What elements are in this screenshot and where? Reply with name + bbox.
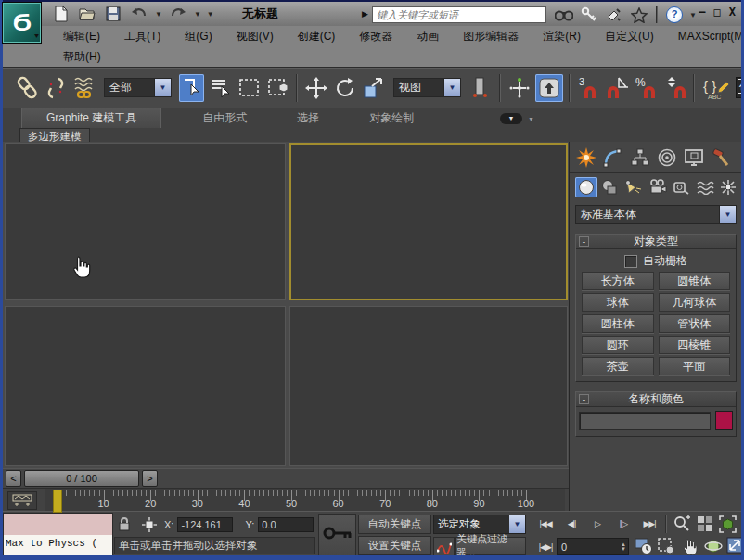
- time-slider-handle[interactable]: 0 / 100: [24, 470, 139, 487]
- snap-toggle-3d-button[interactable]: 3: [576, 74, 601, 102]
- key-mode-toggle-button[interactable]: |◀▶|: [533, 538, 558, 556]
- category-cameras[interactable]: [647, 177, 669, 197]
- ribbon-tab[interactable]: 选择: [288, 108, 328, 128]
- select-and-manipulate-button[interactable]: [507, 74, 532, 102]
- menu-item[interactable]: 帮助(H): [51, 49, 113, 65]
- menu-item[interactable]: 工具(T): [112, 29, 173, 45]
- object-type-button[interactable]: 四棱锥: [659, 336, 731, 354]
- tab-motion[interactable]: [654, 146, 679, 169]
- menu-item[interactable]: 编辑(E): [51, 29, 112, 45]
- orbit-view-button[interactable]: [704, 537, 723, 555]
- selection-filter-dropdown[interactable]: 全部 ▼: [104, 78, 172, 97]
- select-and-rotate-button[interactable]: [332, 74, 357, 102]
- key-filters-button[interactable]: 关键点过滤器...: [455, 537, 526, 555]
- search-button[interactable]: [554, 6, 574, 24]
- listener-pane[interactable]: Max to Physcs (: [4, 535, 112, 557]
- default-in-out-tangents-button[interactable]: [433, 537, 455, 557]
- select-and-move-button[interactable]: [303, 74, 328, 102]
- select-by-name-button[interactable]: [208, 74, 233, 102]
- frame-spinner[interactable]: ▲▼: [621, 542, 628, 552]
- auto-key-button[interactable]: 自动关键点: [358, 515, 431, 534]
- quick-access-overflow-dropdown[interactable]: ▼: [207, 10, 214, 19]
- go-to-end-button[interactable]: ▶▶|: [637, 515, 661, 533]
- object-type-button[interactable]: 球体: [582, 293, 654, 312]
- category-helpers[interactable]: [670, 177, 692, 197]
- maximize-button[interactable]: □: [714, 6, 721, 19]
- y-coordinate-field[interactable]: [258, 517, 314, 532]
- ribbon-tab[interactable]: 自由形式: [193, 108, 256, 128]
- time-configuration-button[interactable]: [635, 538, 653, 555]
- set-key-button[interactable]: 设置关键点: [358, 536, 431, 555]
- previous-frame-button[interactable]: ◀||: [559, 515, 584, 533]
- ribbon-minimize-button[interactable]: ▼: [500, 113, 522, 124]
- viewport-top-right-active[interactable]: [289, 143, 568, 300]
- ribbon-minimize-dropdown[interactable]: ▼: [528, 116, 534, 122]
- percent-snap-toggle-button[interactable]: %: [634, 74, 659, 102]
- object-type-button[interactable]: 几何球体: [659, 293, 731, 312]
- application-menu-button[interactable]: Ϭ▼: [2, 2, 42, 44]
- key-selection-dropdown[interactable]: 选定对象 ▼: [433, 515, 526, 534]
- category-systems[interactable]: [717, 177, 739, 197]
- bind-to-space-warp-button[interactable]: [71, 74, 96, 102]
- select-and-scale-button[interactable]: [361, 74, 386, 102]
- absolute-offset-mode-toggle[interactable]: [138, 515, 160, 534]
- tab-create[interactable]: [573, 146, 598, 169]
- unlink-selection-button[interactable]: [43, 74, 68, 102]
- category-space-warps[interactable]: [694, 177, 716, 197]
- select-object-button[interactable]: [179, 74, 204, 102]
- rectangular-selection-region-button[interactable]: [237, 74, 262, 102]
- communication-center-button[interactable]: [604, 6, 624, 24]
- redo-button[interactable]: [168, 5, 188, 23]
- zoom-extents-button[interactable]: [717, 515, 738, 533]
- go-to-start-button[interactable]: |◀◀: [533, 515, 558, 533]
- search-flyout-arrow[interactable]: ▶: [362, 9, 368, 19]
- menu-item[interactable]: 组(G): [173, 29, 224, 45]
- close-button[interactable]: X: [729, 6, 736, 19]
- primitive-category-dropdown[interactable]: 标准基本体 ▼: [575, 205, 737, 224]
- object-type-rollout-header[interactable]: - 对象类型: [576, 235, 736, 249]
- menu-item[interactable]: MAXScript(M): [666, 30, 744, 43]
- time-slider-prev-button[interactable]: <: [6, 470, 21, 487]
- current-frame-marker[interactable]: [53, 490, 62, 513]
- autogrid-checkbox[interactable]: [624, 255, 637, 268]
- menu-item[interactable]: 视图(V): [224, 29, 286, 45]
- tab-utilities[interactable]: [708, 146, 733, 169]
- help-dropdown[interactable]: ▼: [689, 11, 697, 19]
- ribbon-tab[interactable]: Graphite 建模工具: [21, 108, 161, 128]
- menu-item[interactable]: 图形编辑器: [451, 29, 531, 45]
- select-and-link-button[interactable]: [14, 74, 39, 102]
- spinner-snap-toggle-button[interactable]: [662, 74, 687, 102]
- menu-item[interactable]: 自定义(U): [593, 29, 666, 45]
- reference-coordinate-dropdown[interactable]: 视图 ▼: [393, 78, 461, 97]
- x-coordinate-field[interactable]: [177, 517, 233, 532]
- next-frame-button[interactable]: ||▷: [611, 515, 635, 533]
- minimize-button[interactable]: —: [699, 6, 705, 19]
- angle-snap-toggle-button[interactable]: [605, 74, 630, 102]
- object-color-swatch[interactable]: [715, 411, 733, 430]
- object-type-button[interactable]: 长方体: [582, 272, 654, 290]
- zoom-all-button[interactable]: [694, 515, 715, 533]
- object-name-input[interactable]: [579, 412, 711, 430]
- redo-dropdown[interactable]: ▼: [194, 10, 201, 19]
- undo-dropdown[interactable]: ▼: [155, 10, 162, 19]
- menu-item[interactable]: 动画: [404, 29, 451, 45]
- viewport-bottom-left[interactable]: [5, 306, 286, 466]
- track-bar-ruler[interactable]: 0102030405060708090100: [45, 489, 565, 512]
- window-crossing-toggle-button[interactable]: [265, 74, 290, 102]
- object-type-button[interactable]: 圆锥体: [659, 272, 731, 290]
- new-file-button[interactable]: [51, 5, 71, 23]
- zoom-region-button[interactable]: [658, 538, 675, 555]
- play-button[interactable]: ▷: [585, 515, 609, 533]
- time-slider-next-button[interactable]: >: [142, 470, 158, 487]
- object-type-button[interactable]: 平面: [659, 357, 731, 375]
- maxscript-mini-listener[interactable]: Max to Physcs (: [3, 513, 113, 557]
- menu-item[interactable]: 渲染(R): [531, 29, 593, 45]
- search-input[interactable]: [372, 6, 546, 23]
- object-type-button[interactable]: 圆环: [582, 336, 654, 354]
- selection-lock-toggle[interactable]: [114, 515, 135, 534]
- current-frame-field[interactable]: 0 ▲▼: [557, 538, 629, 555]
- category-shapes[interactable]: [599, 177, 622, 197]
- tab-hierarchy[interactable]: [627, 146, 652, 169]
- open-file-button[interactable]: [77, 5, 97, 23]
- help-button[interactable]: ?: [664, 6, 685, 24]
